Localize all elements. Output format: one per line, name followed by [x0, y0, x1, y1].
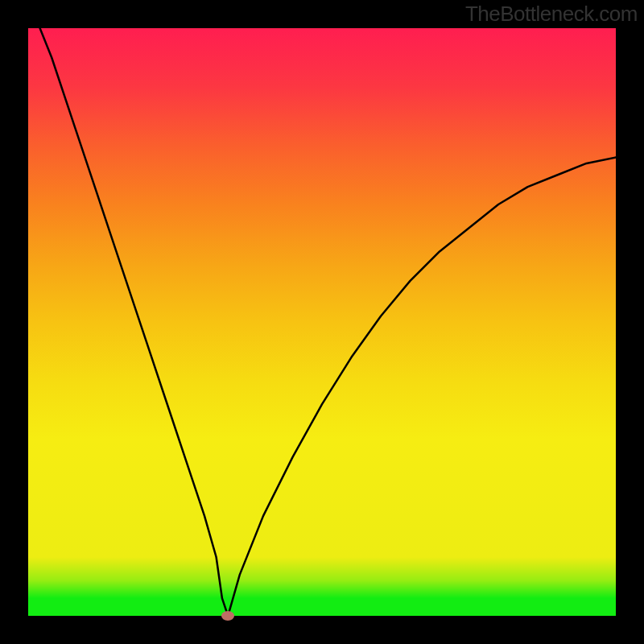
- optimum-marker: [221, 611, 234, 621]
- watermark-text: TheBottleneck.com: [465, 2, 638, 27]
- chart-plot-area: [28, 28, 616, 616]
- bottleneck-curve: [28, 28, 616, 616]
